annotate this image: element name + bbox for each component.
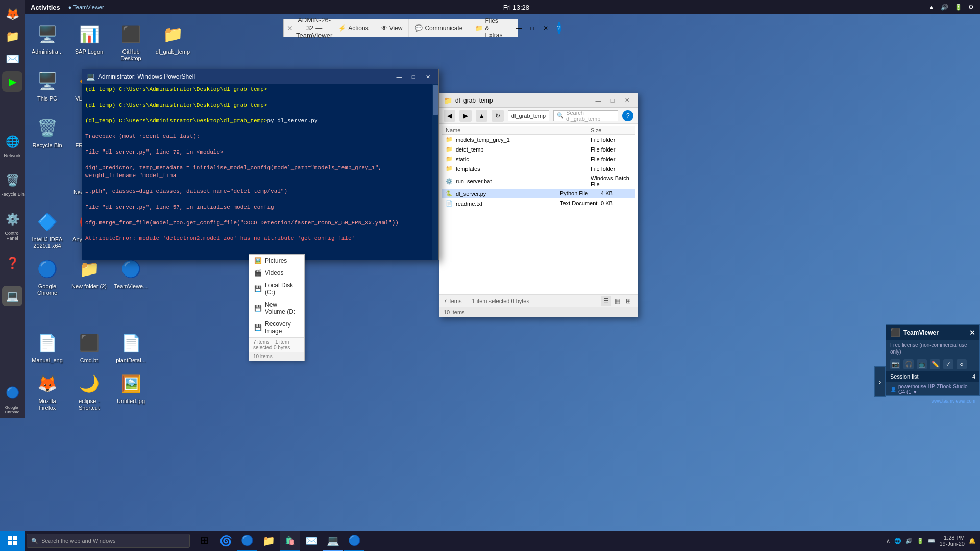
fe-forward-btn[interactable]: ▶	[459, 110, 471, 122]
desktop-icon-eclipse[interactable]: 🌙 eclipse - Shortcut	[70, 367, 108, 413]
nav-pictures[interactable]: 🖼️ Pictures	[249, 255, 304, 267]
ps-minimize-btn[interactable]: —	[393, 71, 406, 82]
start-button[interactable]	[0, 531, 24, 551]
tv-tab-communicate[interactable]: 💬 Communicate	[409, 19, 469, 37]
tv-ctrl-camera[interactable]: 📷	[890, 359, 900, 369]
sidebar-firefox-icon[interactable]: 🦊	[2, 4, 22, 24]
sidebar-terminal-icon[interactable]: ▶	[2, 71, 22, 92]
fe-up-btn[interactable]: ▲	[476, 110, 487, 122]
fe-details-view-btn[interactable]: ☰	[601, 296, 611, 306]
desktop-icon-untitled[interactable]: 🖼️ Untitled.jpg	[112, 367, 150, 413]
ps-scrollbar-thumb[interactable]	[433, 85, 438, 115]
tv-toolbar-maximize[interactable]: □	[527, 22, 538, 34]
fe-item-models[interactable]: 📁 models_temp_grey_1 File folder	[442, 135, 635, 144]
fe-maximize-btn[interactable]: □	[606, 95, 619, 106]
ps-maximize-btn[interactable]: □	[407, 71, 420, 82]
tv-ctrl-headset[interactable]: 🎧	[903, 359, 914, 369]
fe-item-static[interactable]: 📁 static File folder	[442, 154, 635, 164]
tv-ctrl-check[interactable]: ✓	[943, 359, 953, 369]
battery-tray-icon[interactable]: 🔋	[954, 4, 962, 11]
tv-help-button[interactable]: ?	[557, 22, 561, 34]
tv-ctrl-screen[interactable]: 📺	[917, 359, 927, 369]
tv-panel-close[interactable]: ✕	[969, 329, 975, 337]
desktop-icon-manual[interactable]: 📄 Manual_eng	[28, 327, 66, 372]
fe-back-btn[interactable]: ◀	[444, 110, 455, 122]
fe-refresh-btn[interactable]: ↻	[492, 110, 503, 122]
taskbar-powershell[interactable]: 💻	[323, 531, 343, 551]
taskbar-search[interactable]: 🔍 Search the web and Windows	[27, 534, 190, 548]
desktop-icon-recycle[interactable]: 🗑️ Recycle Bin	[28, 112, 66, 158]
tv-session-item-1[interactable]: 👤 powerhouse-HP-ZBook-Studio-G4 (1 ▼	[886, 382, 979, 397]
svg-rect-2	[8, 541, 12, 545]
taskbar-edge[interactable]: 🌀	[215, 531, 236, 551]
fe-item-text[interactable]: 📄 readme.txt Text Document 0 KB	[442, 198, 635, 208]
fe-item-batch[interactable]: ⚙️ run_server.bat Windows Batch File	[442, 173, 635, 189]
fe-address-bar[interactable]: dl_grab_temp	[508, 110, 549, 121]
tray-volume-icon[interactable]: 🔊	[905, 538, 913, 544]
fe-content[interactable]: Name Size 📁 models_temp_grey_1 File fold…	[439, 124, 638, 294]
tv-tab-files[interactable]: 📁 Files & Extras	[469, 19, 509, 37]
taskbar-clock[interactable]: 1:28 PM 19-Jun-20	[939, 535, 965, 547]
tv-toolbar-minimize[interactable]: —	[513, 22, 525, 34]
tray-notification-icon[interactable]: 🔔	[969, 538, 976, 544]
sidebar-control-icon[interactable]: ⚙️	[2, 209, 22, 230]
fe-large-view-btn[interactable]: ⊞	[623, 296, 633, 306]
nav-localc[interactable]: 💾 Local Disk (C:)	[249, 279, 304, 298]
fe-tiles-view-btn[interactable]: ▦	[612, 296, 622, 306]
desktop-icon-firefox[interactable]: 🦊 Mozilla Firefox	[28, 367, 66, 413]
desktop-icon-intellij[interactable]: 🔷 IntelliJ IDEA 2020.1 x64	[28, 206, 66, 252]
desktop-icon-admin[interactable]: 🖥️ Administra...	[28, 18, 66, 64]
sidebar-terminal2-icon[interactable]: 💻	[2, 286, 22, 306]
tv-expand-btn[interactable]: ›	[874, 366, 886, 397]
desktop-icon-thispc[interactable]: 🖥️ This PC	[28, 65, 66, 111]
tray-battery-icon[interactable]: 🔋	[917, 538, 924, 544]
tray-keyboard-icon[interactable]: ⌨️	[928, 538, 935, 544]
tray-network-icon[interactable]: 🌐	[894, 538, 901, 544]
nav-recovery[interactable]: 💾 Recovery Image	[249, 318, 304, 337]
activities-button[interactable]: Activities	[31, 4, 60, 11]
tv-close-btn[interactable]: ✕	[284, 24, 296, 32]
ps-close-btn[interactable]: ✕	[421, 71, 434, 82]
taskbar-chrome[interactable]: 🔵	[237, 531, 257, 551]
taskbar-store[interactable]: 🛍️	[280, 531, 300, 551]
tv-website-link[interactable]: www.teamviewer.com	[886, 397, 979, 405]
taskbar-folder[interactable]: 📁	[258, 531, 279, 551]
tv-ctrl-chat[interactable]: ✏️	[930, 359, 940, 369]
tv-tab-view[interactable]: 👁 View	[375, 19, 409, 37]
sidebar-chrome-icon[interactable]: 🔵	[2, 383, 22, 403]
fe-item-detct[interactable]: 📁 detct_temp File folder	[442, 144, 635, 154]
sidebar-files-icon[interactable]: 📁	[2, 27, 22, 47]
network-tray-icon[interactable]: ▲	[928, 4, 935, 11]
fe-search-input[interactable]: 🔍 Search dl_grab_temp	[553, 110, 618, 121]
desktop-icon-chrome[interactable]: 🔵 Google Chrome	[28, 253, 66, 298]
desktop-icon-plant[interactable]: 📄 plantDetai...	[112, 327, 150, 372]
fe-help-btn[interactable]: ?	[622, 110, 633, 121]
sidebar-recycle-icon[interactable]: 🗑️	[2, 170, 22, 191]
settings-tray-icon[interactable]: ⚙	[968, 4, 974, 11]
sidebar-network-icon[interactable]: 🌐	[2, 132, 22, 152]
ps-content[interactable]: (dl_temp) C:\Users\Administrator\Desktop…	[82, 84, 438, 260]
fe-item-templates[interactable]: 📁 templates File folder	[442, 164, 635, 173]
fe-item-python-selected[interactable]: 🐍 dl_server.py Python File 4 KB	[442, 189, 635, 198]
sidebar-help-icon[interactable]: ❓	[2, 253, 22, 273]
sidebar-mail-icon[interactable]: ✉️	[2, 49, 22, 69]
taskbar-mail[interactable]: ✉️	[301, 531, 322, 551]
tv-toolbar-close-icon[interactable]: ✕	[287, 24, 293, 32]
desktop-icon-github[interactable]: ⬛ GitHub Desktop	[112, 18, 150, 64]
desktop-icon-cmd[interactable]: ⬛ Cmd.bt	[70, 327, 108, 372]
tray-chevron[interactable]: ∧	[886, 538, 890, 544]
desktop-icon-dltemp[interactable]: 📁 dl_grab_temp	[154, 18, 192, 64]
tv-ctrl-arrows[interactable]: «	[957, 359, 967, 369]
desktop-icon-sap[interactable]: 📊 SAP Logon	[70, 18, 108, 64]
nav-videos[interactable]: 🎬 Videos	[249, 267, 304, 279]
taskbar-teamviewer[interactable]: 🔵	[344, 531, 364, 551]
nav-volumed[interactable]: 💾 New Volume (D:	[249, 298, 304, 318]
fe-minimize-btn[interactable]: —	[592, 95, 605, 106]
ps-scrollbar[interactable]	[432, 84, 438, 260]
tv-tab-actions[interactable]: ⚡ Actions	[332, 19, 375, 37]
tv-panel-controls: 📷 🎧 📺 ✏️ ✓ «	[886, 357, 979, 371]
tv-toolbar-winclose[interactable]: ✕	[540, 22, 551, 34]
fe-close-btn[interactable]: ✕	[620, 95, 633, 106]
taskbar-task-view[interactable]: ⊞	[194, 531, 214, 551]
volume-tray-icon[interactable]: 🔊	[941, 4, 948, 11]
